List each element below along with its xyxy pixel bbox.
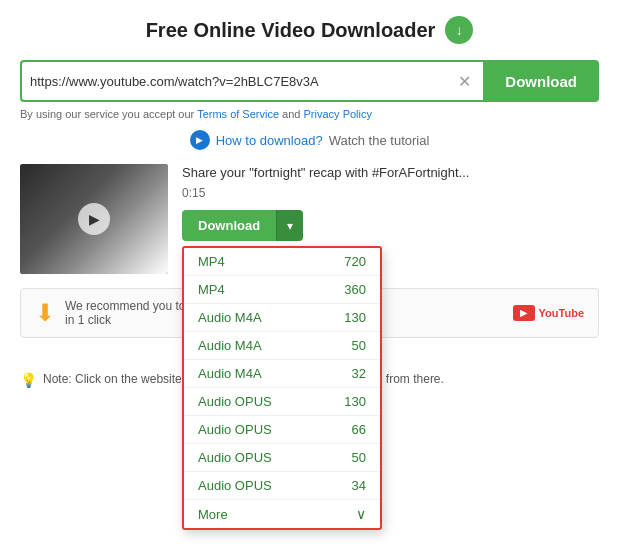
- how-to-row: ▶ How to download? Watch the tutorial: [20, 130, 599, 150]
- url-input[interactable]: [30, 74, 454, 89]
- format-item-opus-50[interactable]: Audio OPUS 50: [184, 444, 380, 472]
- terms-text: By using our service you accept our Term…: [20, 108, 599, 120]
- content-row: ▶ Share your "fortnight" recap with #For…: [20, 164, 599, 274]
- format-item-opus-34[interactable]: Audio OPUS 34: [184, 472, 380, 500]
- format-item-m4a-32[interactable]: Audio M4A 32: [184, 360, 380, 388]
- page-title: Free Online Video Downloader: [146, 19, 436, 42]
- main-download-button[interactable]: Download: [483, 60, 599, 102]
- format-item-mp4-720[interactable]: MP4 720: [184, 248, 380, 276]
- video-duration: 0:15: [182, 186, 599, 200]
- more-formats-row[interactable]: More ∨: [184, 500, 380, 528]
- download-section: Download ▾ MP4 720 MP4 360: [182, 210, 303, 241]
- format-item-m4a-130[interactable]: Audio M4A 130: [184, 304, 380, 332]
- privacy-policy-link[interactable]: Privacy Policy: [304, 108, 372, 120]
- youtube-badge: ▶ YouTube: [513, 305, 584, 321]
- how-to-link[interactable]: How to download?: [216, 133, 323, 148]
- header: Free Online Video Downloader ↓: [20, 16, 599, 44]
- play-icon: ▶: [190, 130, 210, 150]
- thumbnail-play-icon: ▶: [78, 203, 110, 235]
- recommend-icon: ⬇: [35, 299, 55, 327]
- format-item-opus-130[interactable]: Audio OPUS 130: [184, 388, 380, 416]
- video-thumbnail: ▶: [20, 164, 168, 274]
- format-item-mp4-360[interactable]: MP4 360: [184, 276, 380, 304]
- youtube-icon: ▶: [513, 305, 535, 321]
- download-arrow-icon: ↓: [445, 16, 473, 44]
- url-input-row: ✕ Download: [20, 60, 599, 102]
- video-title: Share your "fortnight" recap with #ForAF…: [182, 164, 599, 182]
- youtube-label: YouTube: [539, 307, 584, 319]
- clear-button[interactable]: ✕: [454, 70, 475, 93]
- video-info: Share your "fortnight" recap with #ForAF…: [182, 164, 599, 274]
- thumbnail-image: ▶: [20, 164, 168, 274]
- terms-of-service-link[interactable]: Terms of Service: [197, 108, 279, 120]
- more-chevron-icon: ∨: [356, 506, 366, 522]
- format-item-opus-66[interactable]: Audio OPUS 66: [184, 416, 380, 444]
- download-arrow-dropdown[interactable]: ▾: [276, 210, 303, 241]
- watch-tutorial-text: Watch the tutorial: [329, 133, 430, 148]
- format-item-m4a-50[interactable]: Audio M4A 50: [184, 332, 380, 360]
- format-dropdown: MP4 720 MP4 360 Audio M4A 130 Audio M4A …: [182, 246, 382, 530]
- url-input-wrapper: ✕: [20, 60, 483, 102]
- bulb-icon: 💡: [20, 372, 37, 388]
- more-label: More: [198, 507, 288, 522]
- download-format-button[interactable]: Download: [182, 210, 276, 241]
